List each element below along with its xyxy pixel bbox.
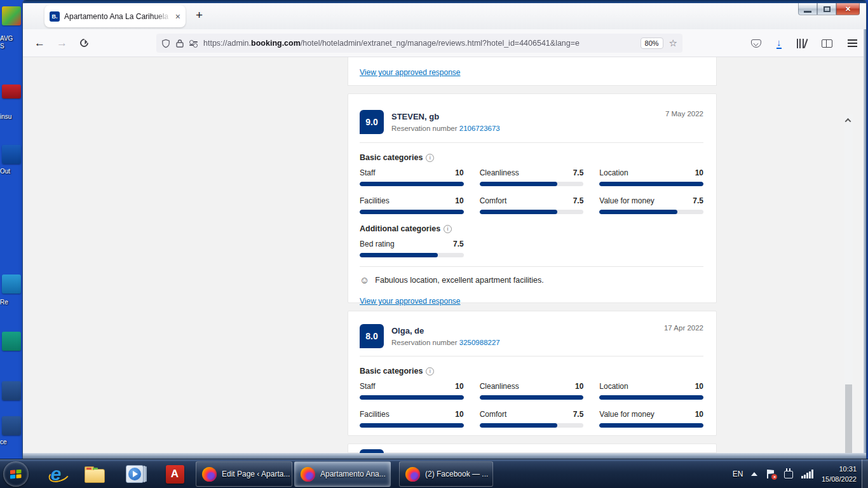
library-icon[interactable]	[797, 39, 807, 48]
explorer-folder-button[interactable]	[81, 461, 109, 487]
network-plug-icon[interactable]	[784, 471, 793, 478]
sidebar-icon[interactable]	[822, 39, 832, 48]
category-rating: Facilities10	[360, 410, 464, 428]
review-card-partial-top: View your approved response	[348, 57, 717, 86]
start-button[interactable]	[3, 461, 29, 487]
info-icon[interactable]: i	[444, 225, 452, 233]
folder-icon	[85, 469, 105, 483]
category-rating: Location10	[599, 168, 703, 186]
desktop-icon-outlook[interactable]	[2, 145, 21, 164]
url-bar[interactable]: https://admin.booking.com/hotel/hoteladm…	[156, 34, 682, 53]
window-bottom-border	[23, 453, 866, 459]
category-rating: Cleanliness10	[480, 382, 584, 400]
rating-bar	[360, 210, 464, 214]
taskbar: e A Edit Page ‹ Aparta... Apartamento An…	[0, 459, 868, 488]
additional-categories-title: Additional categories i	[348, 214, 716, 233]
desktop-icon-re[interactable]	[2, 274, 21, 294]
downloads-icon[interactable]: ↓	[776, 37, 782, 49]
review-date: 17 Apr 2022	[664, 324, 703, 332]
rating-bar	[360, 253, 438, 257]
browser-tab[interactable]: B. Apartamento Ana La Carihuela ×	[44, 5, 186, 27]
firefox-icon	[405, 467, 420, 482]
category-rating: Location10	[599, 382, 703, 400]
tab-strip: B. Apartamento Ana La Carihuela × + ✕	[23, 3, 866, 29]
review-date: 7 May 2022	[665, 110, 703, 118]
category-rating: Comfort7.5	[480, 410, 584, 428]
desktop-icon-avg[interactable]	[2, 6, 21, 25]
adobe-reader-button[interactable]: A	[161, 461, 189, 487]
category-rating: Bed rating7.5	[360, 240, 464, 257]
minimize-button[interactable]	[798, 3, 817, 15]
page-content: View your approved response 9.0 STEVEN, …	[23, 57, 855, 453]
info-icon[interactable]: i	[426, 367, 434, 376]
menu-icon[interactable]	[848, 39, 857, 47]
guest-comment: ☺ Fabulous location, excellent apartment…	[348, 267, 716, 285]
lock-icon[interactable]	[176, 39, 184, 48]
category-rating: Cleanliness7.5	[480, 168, 584, 186]
category-rating: Staff10	[360, 168, 464, 186]
tab-close-icon[interactable]: ×	[175, 12, 180, 21]
rating-bar	[360, 423, 464, 428]
rating-bar	[360, 395, 464, 400]
close-button[interactable]: ✕	[836, 3, 860, 15]
new-tab-button[interactable]: +	[196, 8, 203, 22]
reload-button[interactable]	[78, 37, 90, 48]
desktop-icon-ce[interactable]	[2, 416, 21, 435]
desktop-icon-word[interactable]	[2, 381, 21, 400]
rating-bar	[480, 210, 558, 214]
reservation-number-link[interactable]: 2106723673	[459, 125, 500, 132]
browser-toolbar: ← → https://admin.booking.com/hotel/hote…	[23, 29, 866, 57]
browser-window: B. Apartamento Ana La Carihuela × + ✕ ← …	[23, 0, 866, 459]
permissions-icon[interactable]	[189, 41, 198, 46]
firefox-icon	[202, 467, 217, 482]
language-indicator[interactable]: EN	[733, 470, 743, 478]
forward-button: →	[57, 37, 67, 50]
pocket-icon[interactable]	[751, 39, 761, 48]
vertical-scrollbar[interactable]	[844, 114, 853, 453]
media-player-button[interactable]	[121, 461, 149, 487]
taskbar-window-apartamento[interactable]: Apartamento Ana...	[294, 461, 391, 487]
rating-bar	[480, 423, 558, 428]
category-rating: Staff10	[360, 382, 464, 400]
scroll-up-icon[interactable]	[846, 118, 851, 123]
url-text[interactable]: https://admin.booking.com/hotel/hoteladm…	[203, 39, 635, 48]
taskbar-window-facebook[interactable]: (2) Facebook — ...	[399, 461, 493, 487]
rating-bar	[480, 182, 558, 186]
clock[interactable]: 10:31 15/08/2022	[822, 464, 857, 485]
view-approved-response-link[interactable]: View your approved response	[360, 68, 461, 77]
rating-bar	[360, 182, 464, 186]
rating-bar	[480, 395, 584, 400]
media-player-icon	[126, 465, 144, 483]
back-button[interactable]: ←	[34, 37, 45, 50]
reservation-line: Reservation number 2106723673	[391, 125, 500, 132]
desktop-icon-label: S	[0, 43, 22, 50]
internet-explorer-button[interactable]: e	[42, 461, 70, 487]
category-rating: Facilities10	[360, 196, 464, 214]
category-rating: Value for money7.5	[599, 196, 703, 214]
tab-title: Apartamento Ana La Carihuela	[64, 12, 171, 21]
internet-explorer-icon: e	[51, 463, 62, 485]
shield-icon[interactable]	[161, 39, 170, 48]
bookmark-star-icon[interactable]: ☆	[669, 37, 677, 49]
review-score-badge: 8.0	[360, 324, 384, 348]
maximize-button[interactable]	[817, 3, 836, 15]
signal-bars-icon[interactable]	[801, 470, 813, 478]
window-right-border	[864, 29, 866, 453]
hidden-icons-button[interactable]	[751, 472, 757, 476]
rating-bar	[599, 395, 703, 400]
rating-bar	[599, 423, 703, 428]
desktop-icon-teal[interactable]	[2, 332, 21, 351]
reservation-number-link[interactable]: 3250988227	[459, 339, 500, 346]
action-center-flag-icon[interactable]: ×	[766, 469, 776, 479]
booking-favicon-icon: B.	[50, 11, 60, 22]
rating-bar	[599, 210, 677, 214]
zoom-level-badge[interactable]: 80%	[641, 37, 663, 49]
desktop-icon-insta[interactable]	[2, 85, 21, 98]
taskbar-window-edit-page[interactable]: Edit Page ‹ Aparta...	[196, 461, 292, 487]
show-desktop-button[interactable]	[862, 459, 868, 488]
view-approved-response-link[interactable]: View your approved response	[360, 297, 461, 306]
scrollbar-thumb[interactable]	[845, 384, 852, 453]
category-rating: Value for money10	[599, 410, 703, 428]
guest-name: STEVEN, gb	[391, 112, 500, 121]
info-icon[interactable]: i	[426, 154, 434, 162]
